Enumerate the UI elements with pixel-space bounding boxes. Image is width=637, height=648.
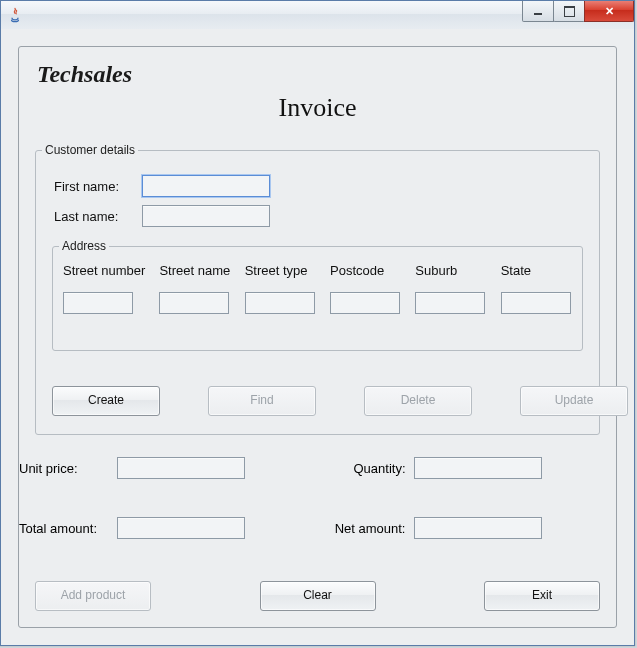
unit-price-label: Unit price:: [19, 461, 117, 476]
last-name-input[interactable]: [142, 205, 270, 227]
state-label: State: [501, 263, 572, 278]
suburb-label: Suburb: [415, 263, 486, 278]
find-button[interactable]: Find: [208, 386, 316, 416]
add-product-button[interactable]: Add product: [35, 581, 151, 611]
street-number-input[interactable]: [63, 292, 133, 314]
total-amount-input[interactable]: [117, 517, 245, 539]
app-window: ✕ Techsales Invoice Customer details Fir…: [0, 0, 635, 646]
street-type-input[interactable]: [245, 292, 315, 314]
first-name-input[interactable]: [142, 175, 270, 197]
quantity-input[interactable]: [414, 457, 542, 479]
street-name-input[interactable]: [159, 292, 229, 314]
suburb-input[interactable]: [415, 292, 485, 314]
exit-button[interactable]: Exit: [484, 581, 600, 611]
client-area: Techsales Invoice Customer details First…: [1, 29, 634, 645]
java-icon: [7, 7, 23, 23]
postcode-input[interactable]: [330, 292, 400, 314]
brand-title: Techsales: [37, 61, 132, 88]
maximize-button[interactable]: [553, 1, 585, 22]
update-button[interactable]: Update: [520, 386, 628, 416]
street-type-label: Street type: [245, 263, 316, 278]
unit-price-input[interactable]: [117, 457, 245, 479]
state-input[interactable]: [501, 292, 571, 314]
last-name-label: Last name:: [54, 209, 132, 224]
postcode-label: Postcode: [330, 263, 401, 278]
page-title: Invoice: [19, 93, 616, 123]
delete-button[interactable]: Delete: [364, 386, 472, 416]
close-button[interactable]: ✕: [584, 1, 634, 22]
total-amount-label: Total amount:: [19, 521, 117, 536]
street-number-label: Street number: [63, 263, 145, 278]
address-legend: Address: [59, 239, 109, 253]
minimize-button[interactable]: [522, 1, 554, 22]
address-fieldset: Address Street number Street name Street…: [52, 239, 583, 351]
net-amount-label: Net amount:: [318, 521, 414, 536]
main-panel: Techsales Invoice Customer details First…: [18, 46, 617, 628]
net-amount-input[interactable]: [414, 517, 542, 539]
titlebar: ✕: [1, 1, 634, 30]
street-name-label: Street name: [159, 263, 230, 278]
first-name-label: First name:: [54, 179, 132, 194]
clear-button[interactable]: Clear: [260, 581, 376, 611]
quantity-label: Quantity:: [318, 461, 414, 476]
create-button[interactable]: Create: [52, 386, 160, 416]
customer-legend: Customer details: [42, 143, 138, 157]
customer-fieldset: Customer details First name: Last name: …: [35, 143, 600, 435]
